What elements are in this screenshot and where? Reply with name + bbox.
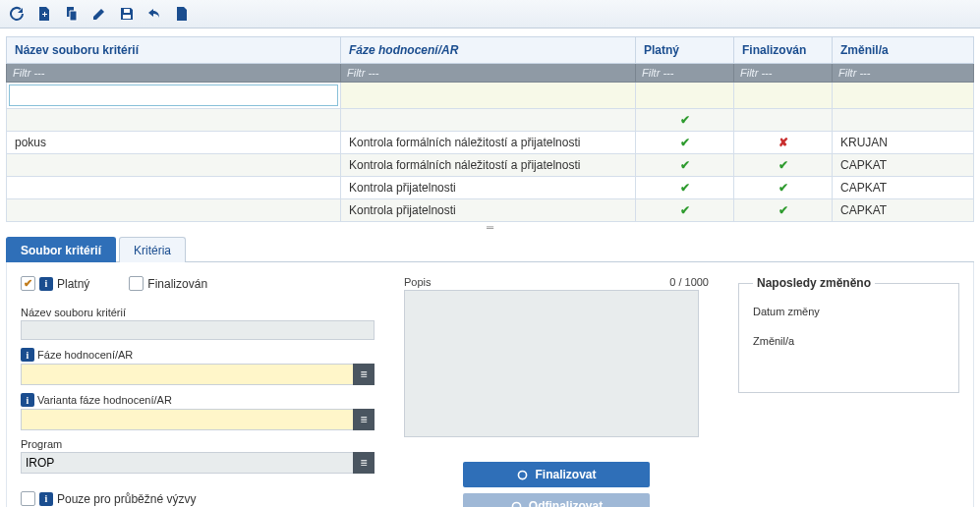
cell-phase: Kontrola formálních náležitostí a přijat… xyxy=(341,154,636,177)
only-continuous-checkbox[interactable] xyxy=(21,491,35,506)
check-icon: ✔ xyxy=(644,181,725,195)
filter-finalized[interactable]: Filtr --- xyxy=(734,64,833,83)
variant-lookup-button[interactable]: ≡ xyxy=(353,409,375,430)
col-finalized[interactable]: Finalizován xyxy=(734,37,833,64)
popis-label: Popis xyxy=(404,276,432,288)
detail-tabs: Soubor kritérií Kritéria xyxy=(6,236,974,262)
cell-finalized xyxy=(734,109,833,132)
cell-changed-by: CAPKAT xyxy=(833,199,974,222)
save-icon[interactable] xyxy=(118,5,136,23)
info-icon: i xyxy=(39,277,53,291)
variant-input[interactable] xyxy=(21,409,375,430)
cell-valid: ✔ xyxy=(636,199,734,222)
filter-valid[interactable]: Filtr --- xyxy=(636,64,734,83)
cell-changed-by: CAPKAT xyxy=(833,154,974,177)
name-input[interactable] xyxy=(21,320,375,340)
svg-point-2 xyxy=(519,471,527,479)
changed-by-label: Změnil/a xyxy=(753,335,945,347)
popis-textarea[interactable] xyxy=(404,290,699,437)
check-icon: ✔ xyxy=(644,203,725,217)
cell-name xyxy=(7,154,341,177)
check-icon: ✔ xyxy=(742,181,824,195)
cell-changed-by: CAPKAT xyxy=(833,177,974,199)
valid-checkbox[interactable]: ✔ xyxy=(21,276,35,291)
date-changed-label: Datum změny xyxy=(753,306,945,317)
finalized-label: Finalizován xyxy=(147,277,207,291)
document-icon[interactable] xyxy=(173,5,191,23)
last-changed-fieldset: Naposledy změněno Datum změny Změnil/a xyxy=(738,276,959,393)
program-lookup-button[interactable]: ≡ xyxy=(353,452,375,474)
svg-rect-1 xyxy=(123,15,131,19)
changes-legend: Naposledy změněno xyxy=(753,276,875,290)
variant-label: Varianta fáze hodnocení/AR xyxy=(37,394,172,406)
cell-valid: ✔ xyxy=(636,177,734,199)
cell-changed-by: KRUJAN xyxy=(833,132,974,154)
check-icon: ✔ xyxy=(644,113,725,127)
finalize-button[interactable]: Finalizovat xyxy=(463,462,650,487)
table-row[interactable]: pokusKontrola formálních náležitostí a p… xyxy=(7,132,974,154)
cell-finalized: ✘ xyxy=(734,132,833,154)
filter-name[interactable]: Filtr --- xyxy=(7,64,341,83)
check-icon: ✔ xyxy=(742,203,824,217)
popis-counter: 0 / 1000 xyxy=(669,276,709,288)
refresh-icon[interactable] xyxy=(8,5,26,23)
table-row[interactable]: Kontrola přijatelnosti✔✔CAPKAT xyxy=(7,199,974,222)
cell-valid: ✔ xyxy=(636,109,734,132)
tab-soubor-kriterii[interactable]: Soubor kritérií xyxy=(6,237,116,262)
table-row[interactable]: Kontrola formálních náležitostí a přijat… xyxy=(7,154,974,177)
cell-phase xyxy=(341,109,636,132)
tab-kriteria[interactable]: Kritéria xyxy=(119,237,186,262)
phase-label: Fáze hodnocení/AR xyxy=(37,349,133,361)
cell-finalized: ✔ xyxy=(734,154,833,177)
unfinalize-button[interactable]: Odfinalizovat xyxy=(463,493,650,507)
name-search-input[interactable] xyxy=(9,84,338,106)
program-input[interactable] xyxy=(21,452,375,474)
info-icon: i xyxy=(39,492,53,506)
cell-name xyxy=(7,199,341,222)
cell-name: pokus xyxy=(7,132,341,154)
table-row[interactable]: ✔ xyxy=(7,109,974,132)
program-label: Program xyxy=(21,438,375,450)
col-changed-by[interactable]: Změnil/a xyxy=(833,37,974,64)
splitter-handle[interactable]: ═ xyxy=(0,222,980,228)
cross-icon: ✘ xyxy=(742,136,824,149)
phase-input[interactable] xyxy=(21,364,375,385)
check-icon: ✔ xyxy=(644,136,725,149)
cell-changed-by xyxy=(833,109,974,132)
col-valid[interactable]: Platný xyxy=(636,37,734,64)
cell-valid: ✔ xyxy=(636,132,734,154)
phase-lookup-button[interactable]: ≡ xyxy=(353,364,375,385)
only-continuous-label: Pouze pro průběžné výzvy xyxy=(57,492,196,506)
cell-phase: Kontrola přijatelnosti xyxy=(341,177,636,199)
toolbar xyxy=(0,0,980,28)
cell-phase: Kontrola přijatelnosti xyxy=(341,199,636,222)
cell-valid: ✔ xyxy=(636,154,734,177)
detail-panel: ✔ i Platný Finalizován Název souboru kri… xyxy=(6,262,974,507)
cell-phase: Kontrola formálních náležitostí a přijat… xyxy=(341,132,636,154)
criteria-grid: Název souboru kritérií Fáze hodnocení/AR… xyxy=(6,36,974,222)
copy-icon[interactable] xyxy=(63,5,81,23)
svg-point-3 xyxy=(512,502,520,507)
filter-changed-by[interactable]: Filtr --- xyxy=(833,64,974,83)
info-icon: i xyxy=(21,348,34,362)
svg-rect-0 xyxy=(124,9,130,13)
edit-icon[interactable] xyxy=(90,5,108,23)
valid-label: Platný xyxy=(57,277,89,291)
col-name[interactable]: Název souboru kritérií xyxy=(7,37,341,64)
undo-icon[interactable] xyxy=(145,5,163,23)
col-phase[interactable]: Fáze hodnocení/AR xyxy=(341,37,636,64)
cell-finalized: ✔ xyxy=(734,199,833,222)
name-label: Název souboru kritérií xyxy=(21,307,375,318)
table-row[interactable]: Kontrola přijatelnosti✔✔CAPKAT xyxy=(7,177,974,199)
check-icon: ✔ xyxy=(644,158,725,172)
info-icon: i xyxy=(21,393,34,407)
cell-finalized: ✔ xyxy=(734,177,833,199)
finalized-checkbox[interactable] xyxy=(129,276,144,291)
cell-name xyxy=(7,177,341,199)
new-icon[interactable] xyxy=(35,5,53,23)
cell-name xyxy=(7,109,341,132)
filter-phase[interactable]: Filtr --- xyxy=(341,64,636,83)
check-icon: ✔ xyxy=(742,158,824,172)
